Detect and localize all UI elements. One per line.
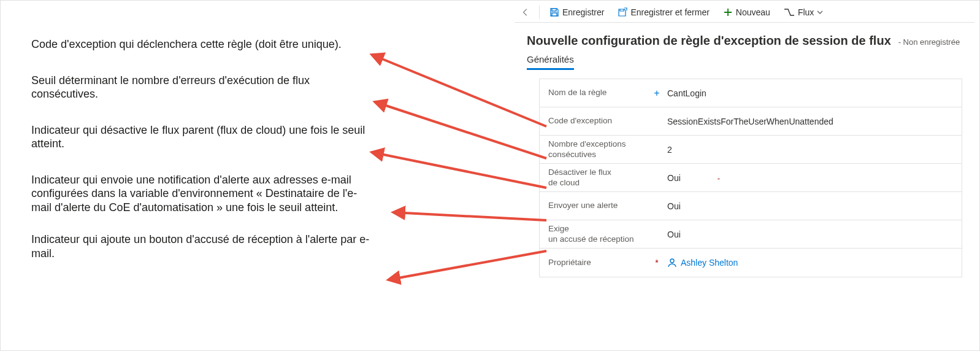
person-icon — [667, 258, 677, 268]
label-exception-code: Code d'exception — [548, 116, 653, 126]
save-close-label: Enregistrer et fermer — [630, 7, 709, 17]
divider — [539, 6, 540, 19]
flow-button[interactable]: Flux — [780, 6, 827, 18]
recommended-mark: + — [653, 88, 661, 99]
form-panel: Enregistrer Enregistrer et fermer Nouvea… — [515, 2, 974, 345]
value-exception-code[interactable]: SessionExistsForTheUserWhenUnattended — [661, 117, 953, 126]
value-owner[interactable]: Ashley Shelton — [661, 258, 953, 268]
svg-point-0 — [670, 259, 674, 263]
back-button[interactable] — [518, 5, 533, 20]
annotation-disable-flow: Indicateur qui désactive le flux parent … — [31, 123, 375, 151]
value-rule-name[interactable]: CantLogin — [661, 88, 953, 98]
annotation-list: Code d'exception qui déclenchera cette r… — [31, 37, 375, 282]
row-exception-code: Code d'exception SessionExistsForTheUser… — [540, 107, 962, 136]
new-button[interactable]: Nouveau — [719, 6, 774, 18]
value-consecutive[interactable]: 2 — [661, 145, 953, 155]
tab-strip: Généralités — [515, 50, 974, 70]
new-label: Nouveau — [736, 7, 770, 17]
annotation-send-alert: Indicateur qui envoie une notification d… — [31, 173, 375, 215]
annotation-exception-code: Code d'exception qui déclenchera cette r… — [31, 37, 375, 52]
page-title: Nouvelle configuration de règle d'except… — [527, 34, 891, 47]
label-owner: Propriétaire — [548, 258, 653, 268]
label-disable-flow: Désactiver le fluxde cloud — [548, 168, 653, 187]
save-button[interactable]: Enregistrer — [546, 6, 608, 18]
required-mark: * — [653, 258, 661, 268]
arrow-left-icon — [521, 8, 530, 17]
save-close-icon — [618, 7, 627, 17]
value-require-ack[interactable]: Oui — [661, 230, 953, 239]
save-close-button[interactable]: Enregistrer et fermer — [614, 6, 713, 18]
chevron-down-icon — [817, 9, 823, 15]
owner-name: Ashley Shelton — [681, 258, 738, 268]
unsaved-badge: - Non enregistrée — [898, 37, 960, 47]
annotation-threshold: Seuil déterminant le nombre d'erreurs d'… — [31, 74, 375, 101]
flow-label: Flux — [798, 7, 814, 17]
label-require-ack: Exigeun accusé de réception — [548, 224, 653, 244]
row-send-alert: Envoyer une alerte Oui — [540, 192, 962, 220]
form-header: Nouvelle configuration de règle d'except… — [515, 23, 974, 50]
value-send-alert[interactable]: Oui — [661, 201, 953, 211]
row-owner: Propriétaire * Ashley Shelton — [540, 249, 962, 277]
save-icon — [549, 7, 559, 17]
label-consecutive: Nombre d'exceptionsconsécutives — [548, 139, 653, 159]
row-require-ack: Exigeun accusé de réception Oui — [540, 220, 962, 249]
row-rule-name: Nom de la règle + CantLogin — [540, 79, 962, 107]
label-send-alert: Envoyer une alerte — [548, 201, 653, 210]
command-bar: Enregistrer Enregistrer et fermer Nouvea… — [515, 2, 974, 23]
form-body: Nom de la règle + CantLogin Code d'excep… — [539, 79, 962, 277]
row-disable-flow: Désactiver le fluxde cloud Oui- — [540, 164, 962, 192]
annotation-require-ack: Indicateur qui ajoute un bouton d'accusé… — [31, 233, 375, 260]
tab-general[interactable]: Généralités — [527, 54, 574, 70]
save-label: Enregistrer — [562, 7, 604, 17]
flow-icon — [784, 7, 795, 17]
value-disable-flow[interactable]: Oui- — [661, 173, 953, 183]
label-rule-name: Nom de la règle — [548, 88, 653, 98]
plus-icon — [723, 7, 733, 17]
row-consecutive: Nombre d'exceptionsconsécutives 2 — [540, 136, 962, 164]
